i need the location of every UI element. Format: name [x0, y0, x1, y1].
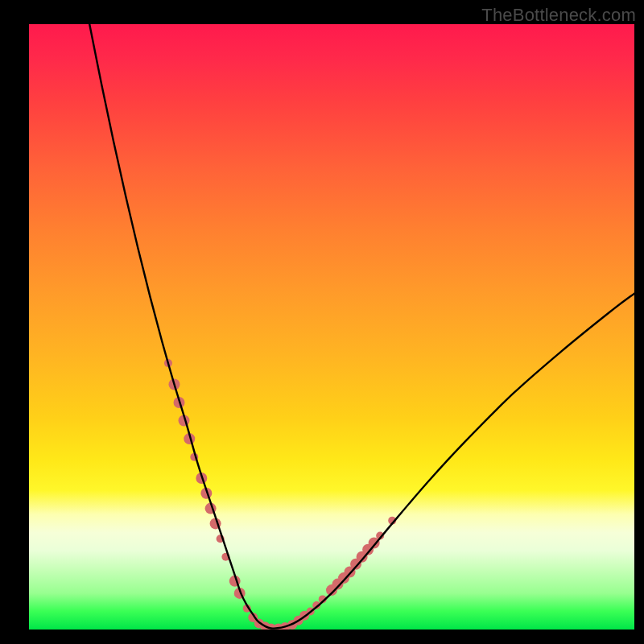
watermark-text: TheBottleneck.com — [481, 5, 636, 26]
chart-svg — [29, 24, 634, 630]
chart-frame: TheBottleneck.com — [0, 0, 644, 644]
curve-path — [89, 24, 634, 629]
marker-layer — [164, 359, 396, 630]
plot-area — [29, 24, 634, 630]
